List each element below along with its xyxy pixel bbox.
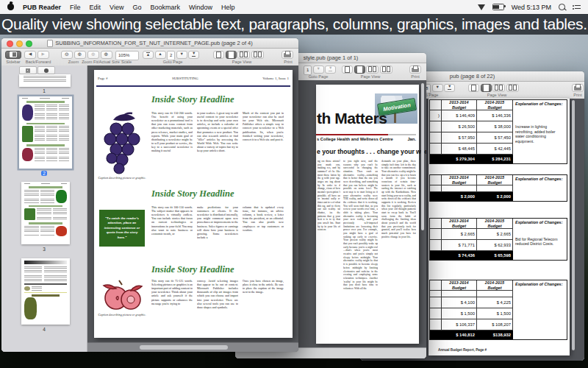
page-view-label: Page View — [361, 74, 381, 79]
titlebar-subbing[interactable]: SUBBING_INFORMATION_FOR_ST_NUT_INTERNET_… — [1, 38, 298, 49]
table-value-cell: $ 4,225 — [477, 297, 513, 308]
menu-edit[interactable]: Edit — [90, 4, 101, 11]
table-header-cell: 2013-2014Budget — [442, 100, 477, 110]
goto-last-page-button[interactable]: ▼ — [188, 51, 199, 59]
table-value-cell: $ 108,207 — [477, 319, 513, 330]
two-page-continuous-button[interactable] — [380, 66, 392, 74]
battery-icon[interactable] — [492, 4, 504, 10]
table-value-cell — [442, 291, 477, 297]
spotlight-search-icon[interactable] — [559, 4, 565, 10]
zoom-out-button[interactable]: ⊖ — [61, 51, 73, 59]
table-value-cell: $ 146,336 — [477, 110, 513, 121]
budget-page[interactable]: 2013-2014Budget2014-2015Budget)$ 146,409… — [429, 99, 570, 355]
toolbar-subbing: Sidebar ◀ ▶ Back/Forward ⊖ ⊕ Zoom ⊕ ⊕ Zo… — [1, 49, 298, 66]
vertical-scrollbar[interactable] — [572, 100, 575, 350]
table-value-cell — [477, 291, 513, 297]
single-page-view-button[interactable] — [342, 66, 353, 74]
thumbnail-zoom-icon[interactable] — [37, 66, 55, 74]
traffic-lights[interactable] — [7, 40, 32, 47]
single-page-continuous-button[interactable] — [354, 66, 365, 74]
zoom-in-button[interactable]: ⊕ — [74, 51, 86, 59]
two-page-view-button[interactable] — [366, 66, 379, 74]
two-page-continuous-button[interactable] — [251, 51, 264, 59]
budget-page-footer: Annual Budget Report, Page # — [438, 348, 487, 352]
two-page-view-button[interactable] — [492, 84, 505, 92]
next-page-button[interactable]: ▼ — [432, 84, 443, 92]
app-menu[interactable]: PUB Reader — [23, 4, 61, 11]
newsletter-page[interactable]: Page # SUBSTITUTING Volume 1, Issue 1 In… — [94, 70, 293, 338]
page-thumbnail-1[interactable] — [19, 74, 71, 87]
forward-button[interactable]: ▶ — [37, 51, 49, 59]
table-cell — [430, 291, 442, 297]
menu-window[interactable]: Window — [189, 4, 212, 11]
image-caption-1: Caption describing picture or graphic. — [97, 176, 147, 180]
single-page-continuous-button[interactable] — [226, 51, 237, 59]
single-page-continuous-button[interactable] — [481, 84, 492, 92]
page-view-label: Page View — [232, 60, 252, 64]
header-rule — [96, 85, 290, 87]
back-button[interactable]: ◀ — [24, 51, 36, 59]
thumbnail-sidebar: 1 2 3 — [1, 66, 87, 352]
two-page-view-button[interactable] — [237, 51, 250, 59]
table-total-cell: $ 284,231 — [477, 155, 513, 163]
print-button[interactable] — [572, 84, 584, 92]
table-cell — [430, 144, 442, 155]
table-total-cell: $ 2,000 — [442, 192, 477, 201]
article-column-3: demands on your plate, there simply isn'… — [381, 160, 416, 307]
menu-file[interactable]: File — [70, 4, 81, 11]
table-total-cell: $138,932 — [477, 330, 513, 339]
thumbnail-grid-icon[interactable] — [19, 66, 37, 74]
image-caption-3: Caption describing picture or graphic. — [97, 313, 147, 316]
zoom-fit-label: Zoom Fit/Actual Size — [82, 60, 120, 64]
menu-go[interactable]: Go — [132, 4, 141, 11]
table-cell — [430, 185, 442, 192]
page-view-label: Page View — [487, 93, 507, 97]
sidebar-toggle-button[interactable] — [5, 51, 21, 59]
table-total-cell: $ 65,598 — [477, 251, 513, 260]
actual-size-button[interactable]: ⊕ — [101, 51, 112, 59]
goto-last-page-button[interactable]: ▼ — [444, 84, 455, 92]
scrollbar-thumb[interactable] — [140, 345, 228, 350]
single-page-view-button[interactable] — [213, 51, 224, 59]
zoom-fit-button[interactable]: ⊕ — [87, 51, 99, 59]
menu-help[interactable]: Help — [221, 4, 235, 11]
table-total-cell — [430, 192, 442, 201]
previous-page-button[interactable]: ▲ — [155, 51, 166, 59]
goto-first-page-button[interactable]: ▲ — [143, 51, 154, 59]
newsletter-subtitle: s College Health and Wellness Centre — [317, 137, 393, 141]
document-icon — [47, 40, 53, 47]
table-value-cell: $ 1,500 — [477, 308, 513, 319]
vertical-scrollbar[interactable] — [421, 83, 424, 230]
two-page-continuous-button[interactable] — [506, 84, 519, 92]
next-page-button[interactable]: ▼ — [176, 51, 187, 59]
page-thumbnail-2[interactable] — [19, 96, 72, 169]
explanation-text: Bid for Regional Telecom reduced Distric… — [515, 237, 564, 247]
table-value-cell: $ 48,445 — [442, 144, 477, 155]
story2-column-2: make predictions for your customers or c… — [197, 205, 238, 263]
table-header-cell: 2013-2014Budget — [442, 175, 477, 185]
goto-last-page-button[interactable]: ▼ — [325, 66, 336, 74]
single-page-view-button[interactable] — [468, 84, 479, 92]
window-title-budget: pub (page 8 of 22) — [450, 73, 495, 79]
zoom-label: Zoom — [68, 60, 79, 64]
table-cell — [430, 219, 442, 229]
health-matters-page[interactable]: Motivation th Matters s College Health a… — [316, 85, 419, 344]
page-thumbnail-4[interactable] — [21, 258, 70, 325]
masthead-rule — [316, 134, 416, 135]
pull-quote-box: "To catch the reader's attention, place … — [99, 210, 145, 247]
menu-clock[interactable]: Wed 5:13 PM — [512, 4, 551, 11]
apple-menu-icon[interactable] — [7, 4, 14, 10]
print-button[interactable] — [282, 51, 293, 59]
menu-view[interactable]: View — [110, 4, 123, 11]
menu-bookmark[interactable]: Bookmark — [150, 4, 180, 11]
next-page-button[interactable]: ▼ — [313, 66, 324, 74]
notification-center-icon[interactable] — [573, 5, 581, 10]
wifi-icon[interactable] — [478, 4, 485, 10]
page-thumbnail-3[interactable] — [21, 182, 70, 244]
page-header-center: SUBSTITUTING — [172, 77, 198, 80]
explanation-column: Explanation of Changes:Increase in light… — [513, 100, 567, 163]
printer-icon — [574, 86, 581, 91]
horizontal-scrollbar[interactable] — [87, 342, 298, 352]
print-button[interactable] — [409, 66, 421, 74]
explanation-header: Explanation of Changes: — [515, 102, 564, 106]
